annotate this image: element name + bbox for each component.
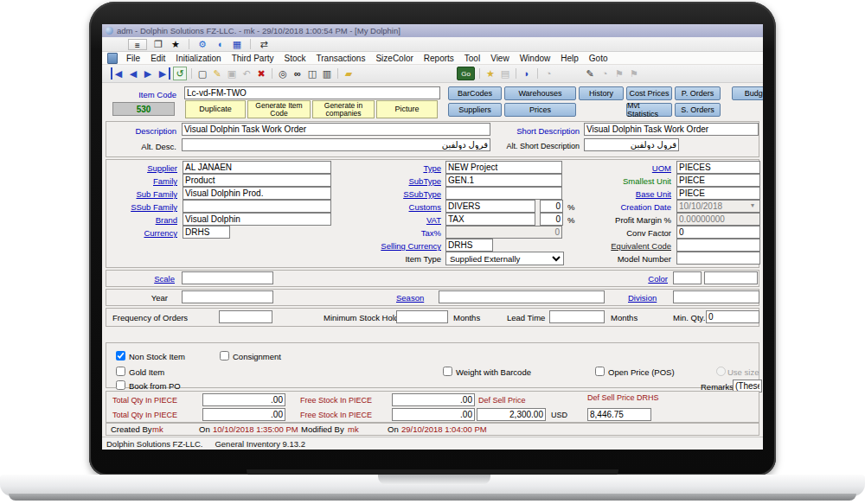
base-unit-input[interactable]: [676, 187, 760, 200]
menu-initialization[interactable]: Initialization: [170, 54, 226, 63]
vat-label[interactable]: VAT: [353, 214, 441, 226]
barcodes-button[interactable]: BarCodes: [448, 86, 502, 100]
item-type-select[interactable]: Supplied Externally: [445, 252, 564, 265]
copy-doc-icon[interactable]: ▤: [499, 67, 511, 80]
menu-tool[interactable]: Tool: [459, 54, 485, 63]
gold-item-checkbox[interactable]: [116, 367, 125, 376]
color-name-input[interactable]: [704, 271, 758, 284]
equivalent-code-label[interactable]: Equivalent Code: [576, 240, 671, 252]
menu-view[interactable]: View: [485, 54, 515, 63]
season-input[interactable]: [439, 290, 605, 303]
ssubtype-label[interactable]: SSubType: [353, 188, 441, 200]
save-icon[interactable]: ▣: [226, 67, 238, 80]
scale-input[interactable]: [182, 271, 273, 284]
min-qty-input[interactable]: [706, 310, 759, 323]
edit-record-icon[interactable]: ✎: [211, 67, 223, 80]
delete-record-icon[interactable]: ✖: [255, 67, 267, 80]
gauge-icon[interactable]: ◔: [542, 67, 554, 80]
vat-pct-input[interactable]: [540, 213, 563, 226]
nav-first-icon[interactable]: ◀: [111, 67, 125, 80]
binoculars-search-icon[interactable]: ∞: [292, 67, 304, 80]
ssub-family-label[interactable]: SSub Family: [106, 201, 177, 213]
short-description-input[interactable]: [584, 123, 759, 136]
pen-icon[interactable]: ✎: [584, 67, 596, 80]
currency-input[interactable]: [183, 226, 230, 239]
vat-input[interactable]: [445, 213, 535, 226]
item-code-input[interactable]: [184, 86, 440, 99]
scale-label[interactable]: Scale: [111, 273, 175, 284]
brand-input[interactable]: [183, 213, 331, 226]
minimum-stock-holding-input[interactable]: [396, 310, 448, 323]
ssubtype-input[interactable]: [445, 187, 562, 200]
ssub-family-input[interactable]: [183, 200, 331, 213]
division-input[interactable]: [673, 290, 759, 303]
creation-date-dropdown-icon[interactable]: ▾: [751, 201, 754, 209]
currency-label[interactable]: Currency: [106, 227, 177, 239]
alt-desc-input[interactable]: [182, 138, 490, 151]
open-price-pos-checkbox[interactable]: [595, 367, 605, 376]
customs-input[interactable]: [445, 200, 535, 213]
menu-goto[interactable]: Goto: [584, 54, 613, 63]
type-label[interactable]: Type: [353, 163, 441, 174]
smallest-unit-input[interactable]: [676, 174, 760, 187]
base-unit-label[interactable]: Base Unit: [576, 188, 671, 200]
nav-next-icon[interactable]: ▶: [142, 67, 154, 80]
duplicate-button[interactable]: Duplicate: [185, 100, 246, 118]
nav-prev-icon[interactable]: ◀: [127, 67, 139, 80]
s-orders-button[interactable]: S. Orders: [675, 103, 721, 117]
family-input[interactable]: [183, 174, 331, 187]
season-label[interactable]: Season: [396, 292, 424, 303]
menu-stock[interactable]: Stock: [279, 54, 311, 63]
model-number-input[interactable]: [676, 252, 760, 265]
subtype-input[interactable]: [445, 174, 562, 187]
gauge-icon-2[interactable]: ◔: [599, 67, 611, 80]
go-button[interactable]: Go: [457, 67, 475, 80]
lead-time-input[interactable]: [549, 310, 605, 323]
suppliers-button[interactable]: Suppliers: [448, 103, 502, 117]
menu-reports[interactable]: Reports: [419, 54, 459, 63]
selling-currency-label[interactable]: Selling Currency: [353, 240, 441, 252]
color-code-input[interactable]: [673, 271, 702, 284]
customs-label[interactable]: Customs: [353, 201, 441, 213]
settings-gear-icon[interactable]: ⚙: [196, 38, 208, 50]
def-sell-price-input[interactable]: [477, 408, 546, 421]
budget-button[interactable]: Budget: [732, 86, 763, 100]
menu-third-party[interactable]: Third Party: [227, 54, 279, 63]
sub-family-label[interactable]: Sub Family: [106, 188, 177, 200]
restore-window-icon[interactable]: ❐: [152, 38, 164, 50]
p-orders-button[interactable]: P. Orders: [675, 86, 721, 100]
generate-item-code-button[interactable]: Generate Item Code: [247, 100, 311, 118]
dolphin-icon[interactable]: ◗: [521, 67, 533, 80]
menu-window[interactable]: Window: [515, 54, 556, 63]
calendar-icon[interactable]: ▦: [231, 38, 243, 50]
book-from-po-checkbox[interactable]: [116, 380, 125, 390]
uom-label[interactable]: UOM: [576, 163, 671, 174]
switch-icon[interactable]: ⇄: [258, 38, 270, 50]
conv-factor-input[interactable]: [676, 226, 760, 239]
equivalent-code-input[interactable]: [676, 239, 760, 252]
print-icon[interactable]: ▥: [321, 67, 333, 80]
paint-icon[interactable]: ◖: [214, 38, 226, 50]
folder-icon[interactable]: ▰: [343, 67, 355, 80]
favorites-star-icon[interactable]: ★: [170, 38, 182, 50]
color-label[interactable]: Color: [630, 273, 668, 284]
refresh-icon[interactable]: ↺: [173, 67, 187, 80]
customs-pct-input[interactable]: [540, 200, 563, 213]
supplier-input[interactable]: [183, 161, 331, 174]
history-button[interactable]: History: [579, 86, 624, 100]
nav-last-icon[interactable]: ▶: [157, 67, 170, 80]
menu-help[interactable]: Help: [555, 54, 584, 63]
flag-icon-1[interactable]: ⚑: [613, 67, 625, 80]
family-label[interactable]: Family: [106, 175, 177, 187]
consignment-checkbox[interactable]: [220, 351, 229, 360]
mvt-statistics-button[interactable]: Mvt Statistics: [626, 103, 672, 117]
prices-button[interactable]: Prices: [504, 103, 576, 117]
find-icon[interactable]: ◎: [277, 67, 289, 80]
generate-in-companies-button[interactable]: Generate in companies: [312, 100, 375, 118]
type-input[interactable]: [445, 161, 562, 174]
menu-sizecolor[interactable]: SizeColor: [370, 54, 418, 63]
uom-input[interactable]: [676, 161, 760, 174]
frequency-of-orders-input[interactable]: [219, 310, 272, 323]
cost-prices-button[interactable]: Cost Prices: [626, 86, 672, 100]
new-record-icon[interactable]: ▢: [196, 67, 208, 80]
